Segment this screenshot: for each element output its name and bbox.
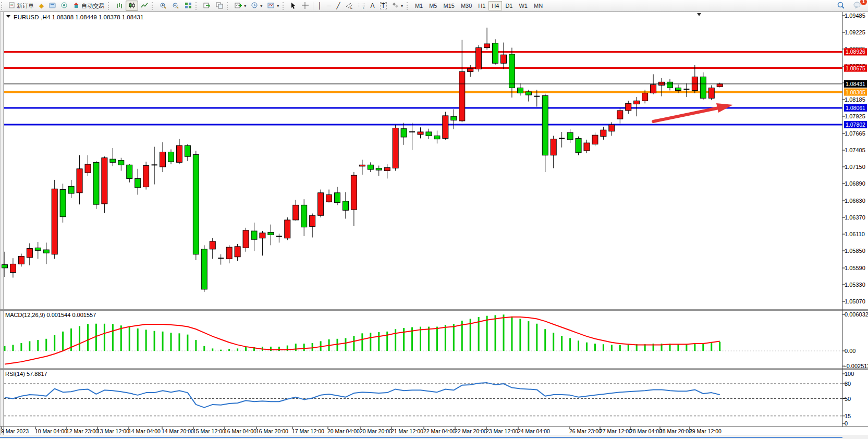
market-watch-icon (49, 2, 56, 9)
time-tick-label: 24 Mar 04:00 (518, 428, 550, 434)
time-tick-label: 13 Mar 12:00 (97, 428, 129, 434)
auto-trading-button[interactable]: 自动交易 (70, 1, 107, 11)
timeframe-m1[interactable]: M1 (412, 1, 426, 10)
timeframe-m5[interactable]: M5 (426, 1, 440, 10)
toolbar-grip[interactable] (407, 2, 410, 10)
crosshair-icon (302, 2, 309, 10)
cascade-charts-button[interactable] (213, 1, 226, 11)
candle (201, 245, 207, 291)
candle (193, 151, 199, 260)
toolbar-grip[interactable] (227, 2, 230, 10)
trendline-tool[interactable]: ╱ (334, 1, 343, 11)
notifications-button[interactable]: 1 (851, 1, 864, 11)
new-order-button[interactable]: 新订单 (6, 1, 36, 11)
channel-tool[interactable]: E (343, 1, 356, 11)
trendline-icon: ╱ (336, 3, 340, 9)
shapes-tool[interactable]: ▾ (389, 1, 406, 11)
toolbar-grip[interactable] (152, 2, 155, 10)
fibonacci-icon: F (358, 2, 365, 10)
mt4-window: EURUSD-,H4 1.08388 1.08449 1.08378 1.084… (0, 0, 868, 439)
toolbar-grip[interactable] (108, 2, 112, 10)
timeframe-m30[interactable]: M30 (458, 1, 475, 10)
time-tick-label: 21 Mar 12:00 (391, 428, 423, 434)
svg-text:E: E (350, 6, 352, 9)
time-tick-label: 14 Mar 20:00 (162, 428, 194, 434)
toolbar-grip[interactable] (283, 2, 286, 10)
timeframe-m15[interactable]: M15 (440, 1, 457, 10)
rsi-axis-label: 15 (845, 413, 851, 419)
candle (393, 125, 398, 170)
chart-canvas[interactable]: EURUSD-,H4 1.08388 1.08449 1.08378 1.084… (0, 0, 868, 439)
chevron-down-icon: ▾ (277, 4, 279, 8)
time-tick-label: 20 Mar 20:00 (360, 428, 392, 434)
crosshair-button[interactable] (299, 1, 311, 11)
chevron-down-icon: ▾ (401, 4, 403, 8)
time-tick-label: 9 Mar 2023 (1, 428, 29, 434)
candlestick-chart-button[interactable] (126, 1, 138, 11)
main-toolbar: 新订单 ◆ 自动交易 (0, 0, 868, 12)
search-icon (837, 2, 845, 10)
timeframe-h1[interactable]: H1 (475, 1, 488, 10)
price-tick-label: 1.05590 (845, 265, 865, 271)
zoom-out-button[interactable] (169, 1, 182, 11)
timeframe-d1[interactable]: D1 (502, 1, 516, 10)
zoom-in-icon (160, 2, 167, 10)
candle (318, 190, 324, 217)
new-chart-button[interactable]: ▾ (232, 1, 249, 11)
time-tick-label: 17 Mar 12:00 (292, 428, 324, 434)
fibonacci-tool[interactable]: F (356, 1, 368, 11)
time-tick-label: 14 Mar 04:00 (128, 428, 161, 434)
vertical-line-tool[interactable]: │ (315, 1, 324, 11)
timeframe-mn[interactable]: MN (531, 1, 546, 10)
toolbar-separator (313, 2, 313, 10)
bar-chart-button[interactable] (113, 1, 126, 11)
macd-axis-label: 0.00 (845, 348, 855, 354)
zoom-in-button[interactable] (157, 1, 169, 11)
time-tick-label: 20 Mar 04:00 (327, 428, 360, 434)
cursor-button[interactable] (288, 1, 299, 11)
chevron-down-icon: ▾ (244, 4, 246, 8)
time-tick-label: 29 Mar 12:00 (689, 428, 722, 434)
period-button[interactable]: ▾ (249, 1, 265, 11)
new-order-label: 新订单 (17, 2, 34, 10)
line-chart-button[interactable] (138, 1, 151, 11)
market-watch-button[interactable] (46, 1, 58, 11)
arrange-charts-button[interactable] (201, 1, 213, 11)
time-tick-label: 28 Mar 20:00 (659, 428, 692, 434)
time-tick-label: 23 Mar 12:00 (486, 428, 518, 434)
toolbar-grip[interactable] (195, 2, 199, 10)
rsi-axis-label: 50 (845, 396, 851, 402)
label-tool[interactable]: T (377, 1, 389, 11)
price-tick-label: 1.06890 (845, 180, 865, 187)
price-tick-label: 1.07665 (845, 130, 865, 137)
toolbar-grip[interactable] (1, 2, 5, 10)
market-depth-button[interactable]: ◆ (36, 1, 46, 11)
price-tick-label: 1.06370 (845, 214, 865, 221)
new-chart-icon (235, 2, 242, 10)
price-tick-label: 1.07405 (845, 147, 865, 153)
signal-button[interactable] (58, 1, 70, 11)
time-tick-label: 15 Mar 12:00 (193, 428, 225, 434)
horizontal-line-icon: ─ (327, 3, 332, 9)
time-tick-label: 10 Mar 04:00 (35, 428, 67, 434)
label-icon: T (380, 2, 387, 9)
candle (476, 45, 482, 72)
svg-text:F: F (363, 6, 365, 9)
candle (60, 184, 66, 223)
timeframe-h4[interactable]: H4 (488, 1, 502, 10)
candle (443, 112, 448, 139)
time-axis[interactable]: 9 Mar 202310 Mar 04:0012 Mar 23:0013 Mar… (1, 426, 722, 434)
rsi-label: RSI(14) 57.8817 (5, 371, 47, 377)
cursor-icon (290, 2, 297, 10)
search-button[interactable] (835, 1, 848, 11)
time-tick-label: 22 Mar 20:00 (455, 428, 487, 434)
price-tick-label: 1.05330 (845, 282, 865, 288)
text-tool[interactable]: A (368, 1, 377, 11)
timeframe-w1[interactable]: W1 (516, 1, 531, 10)
tile-windows-button[interactable] (182, 1, 194, 11)
templates-button[interactable]: ▾ (265, 1, 282, 11)
candle (285, 217, 290, 240)
bar-chart-icon (116, 2, 123, 10)
notification-badge: 1 (860, 0, 867, 5)
horizontal-line-tool[interactable]: ─ (324, 1, 334, 11)
